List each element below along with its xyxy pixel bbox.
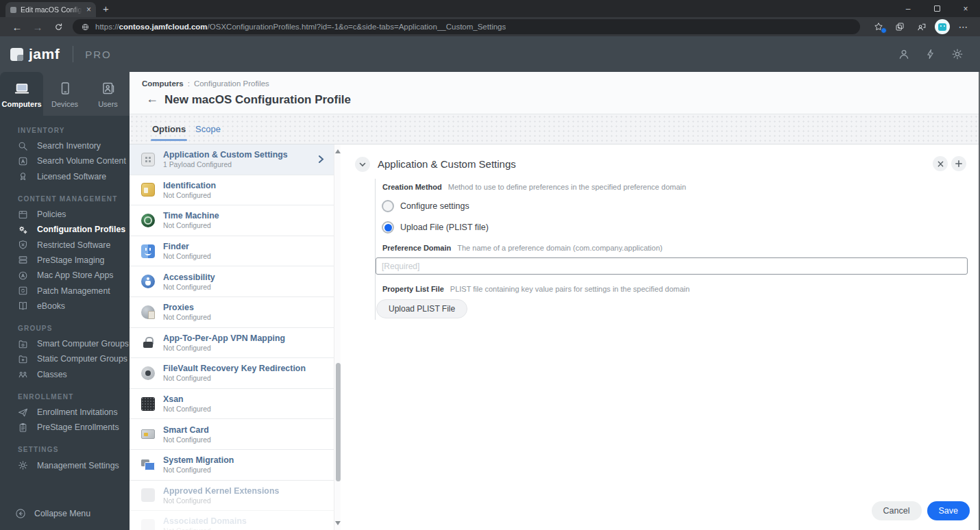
favorites-button[interactable] [869,18,888,35]
browser-menu-button[interactable]: ⋯ [954,18,973,35]
payload-detail-panel: Application & Custom Settings Creation M… [341,144,980,530]
browser-tab[interactable]: Edit macOS Configuration Profile × [5,2,96,17]
collections-button[interactable] [890,18,909,35]
breadcrumb-computers[interactable]: Computers [142,79,184,88]
add-payload-button[interactable] [951,156,966,171]
upload-plist-file-button[interactable]: Upload PLIST File [376,299,467,318]
radio-upload-file-plist[interactable]: Upload File (PLIST file) [376,221,968,234]
cancel-button[interactable]: Cancel [872,501,922,520]
kernel-extensions-icon [141,488,155,502]
page-header: Computers : Configuration Profiles ← New… [130,72,980,114]
payload-row-kernel-extensions[interactable]: Approved Kernel ExtensionsNot Configured [130,481,334,512]
avatar [935,19,950,34]
sidebar-item-classes[interactable]: Classes [0,367,130,382]
context-switcher: Computers Devices Users [0,72,130,116]
ellipsis-icon: ⋯ [959,21,969,32]
payload-row-accessibility[interactable]: AccessibilityNot Configured [130,266,334,297]
sidebar-item-static-computer-groups[interactable]: Static Computer Groups [0,351,130,366]
app-custom-settings-icon [141,153,155,166]
folder-plus-icon [17,353,29,365]
property-list-file-label: Property List File [382,285,444,293]
sidebar-item-enrollment-invitations[interactable]: Enrollment Invitations [0,405,130,420]
scrollbar-thumb[interactable] [336,363,341,481]
sidebar-item-prestage-imaging[interactable]: PreStage Imaging [0,253,130,268]
sidebar-item-search-volume-content[interactable]: Search Volume Content [0,153,130,168]
tab-scope[interactable]: Scope [195,124,221,134]
payload-row-xsan[interactable]: XsanNot Configured [130,389,334,420]
payload-row-identification[interactable]: IdentificationNot Configured [130,175,334,206]
sidebar-item-search-inventory[interactable]: Search Inventory [0,138,130,153]
window-controls: – × [894,0,980,17]
sidebar-item-smart-computer-groups[interactable]: Smart Computer Groups [0,336,130,351]
payload-row-vpn-mapping[interactable]: App-To-Per-App VPN MappingNot Configured [130,328,334,359]
payload-row-time-machine[interactable]: Time MachineNot Configured [130,205,334,236]
sidebar-item-mac-app-store-apps[interactable]: Mac App Store Apps [0,268,130,283]
share-person-button[interactable] [911,18,931,35]
remove-payload-button[interactable] [933,156,948,171]
nav-tile-users[interactable]: Users [86,72,130,116]
nav-tile-devices[interactable]: Devices [43,72,86,116]
tab-close-icon[interactable]: × [86,5,91,14]
scroll-up-arrow-icon[interactable] [335,148,341,153]
window-close-button[interactable]: × [951,0,980,17]
save-button[interactable]: Save [927,501,970,520]
payload-row-system-migration[interactable]: System MigrationNot Configured [130,450,334,481]
radio-configure-settings[interactable]: Configure settings [376,200,968,212]
nav-tile-computers[interactable]: Computers [0,72,43,116]
sidebar: INVENTORY Search Inventory Search Volume… [0,116,130,530]
browser-refresh-button[interactable] [48,18,69,35]
creation-method-help: Method to use to define preferences in t… [448,183,686,191]
sidebar-item-label: Static Computer Groups [37,354,127,364]
sidebar-item-restricted-software[interactable]: Restricted Software [0,237,130,252]
payload-row-associated-domains[interactable]: Associated DomainsNot Configured [130,511,334,530]
payload-row-application-custom-settings[interactable]: Application & Custom Settings1 Payload C… [130,144,334,175]
breadcrumb-separator: : [188,79,190,88]
payload-row-smart-card[interactable]: Smart CardNot Configured [130,419,334,450]
collapse-menu-button[interactable]: Collapse Menu [14,507,90,520]
chevron-right-icon [318,155,324,164]
account-button[interactable] [896,47,911,62]
tab-options[interactable]: Options [152,124,186,134]
collapse-payload-button[interactable] [355,157,370,172]
radio-button-unselected[interactable] [382,200,394,212]
sidebar-item-patch-management[interactable]: Patch Management [0,283,130,298]
property-list-file-help: PLIST file containing key value pairs fo… [450,285,690,293]
back-arrow-button[interactable]: ← [146,92,158,106]
padlock-icon [141,336,155,349]
browser-back-button[interactable]: ← [7,18,27,35]
window-minimize-button[interactable]: – [894,0,922,17]
window-restore-button[interactable] [922,0,951,17]
preference-domain-input[interactable] [376,257,968,275]
address-bar[interactable]: https://contoso.jamfcloud.com/OSXConfigu… [73,19,860,34]
nav-tile-label: Devices [51,100,78,108]
sidebar-item-policies[interactable]: Policies [0,207,130,222]
chevron-down-icon [359,162,366,167]
scroll-down-arrow-icon[interactable] [335,521,341,527]
sidebar-item-prestage-enrollments[interactable]: PreStage Enrollments [0,420,130,435]
close-icon [938,161,944,167]
person-icon [897,47,911,61]
sidebar-item-licensed-software[interactable]: Licensed Software [0,169,130,184]
sidebar-item-management-settings[interactable]: Management Settings [0,457,130,472]
form-footer: Cancel Save [872,501,970,520]
browser-forward-button[interactable]: → [27,18,48,35]
payload-row-filevault[interactable]: FileVault Recovery Key RedirectionNot Co… [130,358,334,389]
radio-button-selected[interactable] [382,221,394,234]
profile-avatar[interactable] [933,18,952,35]
preference-domain-label: Preference Domain [382,244,451,252]
sidebar-item-configuration-profiles[interactable]: Configuration Profiles [0,222,130,237]
system-migration-icon [141,458,155,472]
quick-actions-button[interactable] [923,47,938,62]
settings-button[interactable] [950,47,965,62]
payload-list-scrollbar[interactable] [334,144,341,530]
sidebar-item-ebooks[interactable]: eBooks [0,299,130,314]
sidebar-item-label: eBooks [37,301,65,311]
payload-row-proxies[interactable]: ProxiesNot Configured [130,297,334,328]
new-tab-button[interactable]: + [103,3,109,15]
plus-icon [955,160,962,167]
payload-row-finder[interactable]: FinderNot Configured [130,236,334,267]
browser-tab-title: Edit macOS Configuration Profile [21,5,82,14]
gears-icon [17,224,29,236]
breadcrumb-configuration-profiles[interactable]: Configuration Profiles [194,79,269,88]
nav-tile-label: Computers [1,100,41,108]
